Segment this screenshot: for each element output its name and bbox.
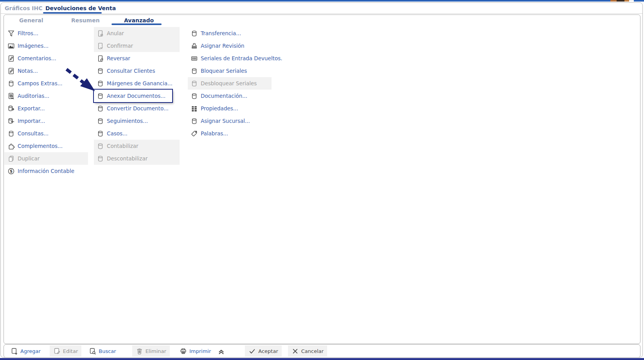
- edge-strip-segment: [610, 0, 617, 2]
- menu-item-label: Notas...: [18, 68, 38, 74]
- doc-find-icon: [89, 347, 96, 355]
- advanced-options-panel: General Resumen Avanzado Filtros...Imáge…: [4, 14, 640, 344]
- menu-item-label: Contabilizar: [107, 143, 139, 149]
- menu-item-reversar[interactable]: Reversar: [94, 52, 180, 65]
- menu-item-documentacion[interactable]: Documentación...: [188, 90, 272, 102]
- doc-search-icon: [7, 92, 15, 100]
- menu-item-label: Palabras...: [201, 130, 228, 137]
- toolbar-button-label: Cancelar: [301, 348, 324, 354]
- filter-icon: [7, 30, 15, 37]
- menu-item-label: Consultar Clientes: [107, 68, 155, 74]
- doc-refresh-icon: [97, 55, 104, 62]
- toolbar-aceptar-button[interactable]: Aceptar: [245, 346, 281, 356]
- menu-item-label: Información Contable: [18, 168, 74, 174]
- menu-item-label: Márgenes de Ganancia...: [107, 80, 173, 86]
- copy-icon: [7, 155, 15, 162]
- trash-icon: [136, 347, 143, 355]
- menu-item-casos[interactable]: Casos...: [94, 127, 180, 140]
- svg-text:$: $: [10, 169, 13, 173]
- db-export-icon: [7, 105, 15, 112]
- menu-item-label: Descontabilizar: [107, 155, 148, 162]
- menu-item-comentarios[interactable]: Comentarios...: [4, 52, 88, 65]
- subtab-avanzado[interactable]: Avanzado: [124, 17, 154, 23]
- note-icon: [7, 55, 15, 62]
- menu-item-transferencia[interactable]: Transferencia...: [188, 27, 272, 40]
- menu-item-margenes-de-ganancia[interactable]: Márgenes de Ganancia...: [94, 77, 180, 90]
- subtab-general[interactable]: General: [19, 17, 43, 23]
- database-icon: [191, 80, 198, 87]
- menu-item-label: Consultas...: [18, 130, 49, 137]
- doc-check-icon: [97, 42, 104, 50]
- menu-item-descontabilizar: Descontabilizar: [94, 152, 180, 165]
- menu-item-label: Seguimientos...: [107, 118, 148, 124]
- menu-item-label: Casos...: [107, 130, 128, 137]
- tab-graficos-ihc[interactable]: Gráficos IHC: [5, 5, 43, 11]
- menu-item-exportar[interactable]: Exportar...: [4, 102, 88, 115]
- menu-item-anexar-documentos[interactable]: Anexar Documentos...: [94, 90, 172, 102]
- menu-item-importar[interactable]: Importar...: [4, 115, 88, 127]
- menu-item-contabilizar: Contabilizar: [94, 140, 180, 152]
- menu-item-label: Filtros...: [18, 30, 38, 36]
- menu-item-palabras[interactable]: Palabras...: [188, 127, 272, 140]
- menu-item-complementos[interactable]: Complementos...: [4, 140, 88, 152]
- menu-item-label: Campos Extras...: [18, 80, 63, 86]
- edge-strip-segment: [617, 0, 624, 2]
- menu-item-asignar-sucursal[interactable]: Asignar Sucursal...: [188, 115, 272, 127]
- menu-item-label: Auditorias...: [18, 93, 49, 99]
- menu-item-label: Convertir Documento...: [107, 105, 169, 112]
- active-tab-underline: [43, 12, 102, 14]
- edge-strip-segment: [629, 0, 634, 2]
- database-icon: [7, 80, 15, 87]
- toolbar-button-label: Imprimir: [189, 348, 211, 354]
- menu-item-filtros[interactable]: Filtros...: [4, 27, 88, 40]
- active-subtab-underline: [112, 23, 162, 25]
- toolbar-button-label: Eliminar: [146, 348, 166, 354]
- stamp-icon: [191, 42, 198, 50]
- menu-item-asignar-revision[interactable]: Asignar Revisión: [188, 40, 272, 52]
- database-icon: [191, 67, 198, 75]
- check-icon: [248, 347, 256, 355]
- note-icon: [7, 67, 15, 75]
- menu-item-consultar-clientes[interactable]: Consultar Clientes: [94, 65, 180, 77]
- menu-item-label: Anular: [107, 30, 124, 36]
- database-icon: [97, 117, 104, 125]
- menu-item-campos-extras[interactable]: Campos Extras...: [4, 77, 88, 90]
- menu-item-auditorias[interactable]: Auditorias...: [4, 90, 88, 102]
- menu-item-label: Bloquear Seriales: [201, 68, 247, 74]
- x-icon: [291, 347, 299, 355]
- toolbar-eliminar-button: Eliminar: [132, 346, 170, 356]
- menu-item-seguimientos[interactable]: Seguimientos...: [94, 115, 180, 127]
- menu-item-label: Reversar: [107, 55, 130, 61]
- menu-item-informacion-contable[interactable]: $Información Contable: [4, 165, 88, 177]
- menu-item-seriales-de-entrada-devueltos[interactable]: Seriales de Entrada Devueltos.: [188, 52, 272, 65]
- menu-item-label: Anexar Documentos...: [107, 93, 165, 99]
- menu-item-imagenes[interactable]: Imágenes...: [4, 40, 88, 52]
- toolbar-editar-button: Editar: [50, 346, 82, 356]
- database-icon: [97, 67, 104, 75]
- menu-item-label: Imágenes...: [18, 43, 49, 49]
- menu-item-consultas[interactable]: Consultas...: [4, 127, 88, 140]
- database-icon: [97, 155, 104, 162]
- toolbar-button-label: Agregar: [20, 348, 41, 354]
- collapse-toolbar-button[interactable]: [216, 346, 226, 356]
- database-icon: [191, 30, 198, 37]
- menu-item-bloquear-seriales[interactable]: Bloquear Seriales: [188, 65, 272, 77]
- puzzle-icon: [7, 142, 15, 150]
- menu-item-convertir-documento[interactable]: Convertir Documento...: [94, 102, 180, 115]
- menu-item-label: Confirmar: [107, 43, 133, 49]
- tag-icon: [191, 130, 198, 137]
- toolbar-imprimir-button[interactable]: Imprimir: [176, 346, 214, 356]
- menu-item-propiedades[interactable]: Propiedades...: [188, 102, 272, 115]
- menu-item-notas[interactable]: Notas...: [4, 65, 88, 77]
- toolbar-button-label: Aceptar: [258, 348, 278, 354]
- menu-item-label: Seriales de Entrada Devueltos.: [201, 55, 282, 61]
- tab-devoluciones-de-venta[interactable]: Devoluciones de Venta: [45, 5, 116, 11]
- doc-plus-icon: [11, 347, 18, 355]
- menu-item-label: Duplicar: [18, 155, 40, 162]
- toolbar-buscar-button[interactable]: Buscar: [85, 346, 119, 356]
- toolbar-cancelar-button[interactable]: Cancelar: [288, 346, 327, 356]
- toolbar-agregar-button[interactable]: Agregar: [7, 346, 44, 356]
- database-icon: [191, 117, 198, 125]
- subtab-resumen[interactable]: Resumen: [71, 17, 100, 23]
- dollar-circle-icon: $: [7, 167, 15, 175]
